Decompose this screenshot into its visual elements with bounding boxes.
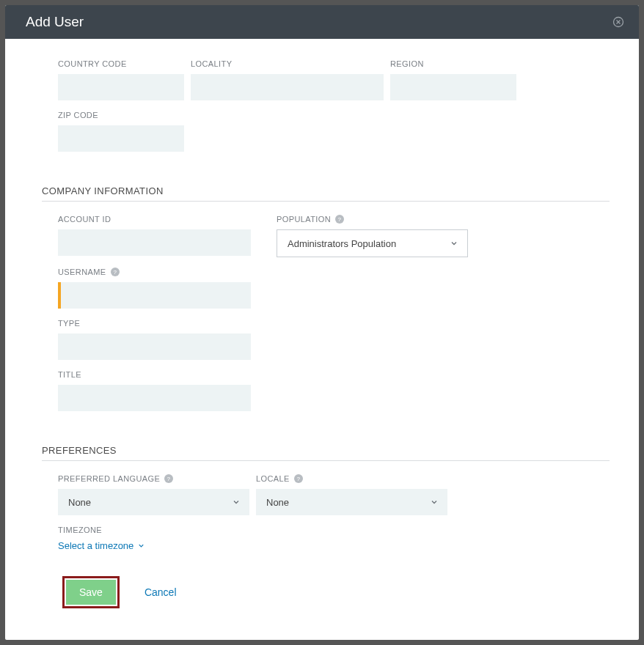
preferred-language-label: PREFERRED LANGUAGE (58, 474, 160, 483)
close-icon[interactable] (612, 16, 624, 28)
title-label: TITLE (58, 370, 251, 379)
country-code-label: COUNTRY CODE (58, 59, 184, 68)
username-input[interactable] (58, 282, 251, 309)
type-input[interactable] (58, 333, 251, 360)
population-selected: Administrators Population (288, 238, 396, 249)
region-input[interactable] (390, 74, 516, 100)
country-code-input[interactable] (58, 74, 184, 100)
svg-text:?: ? (338, 216, 342, 223)
save-highlight: Save (62, 576, 120, 608)
chevron-down-icon (430, 498, 439, 506)
population-label: POPULATION (277, 215, 331, 224)
zip-code-label: ZIP CODE (58, 111, 184, 119)
account-id-label: ACCOUNT ID (58, 215, 251, 224)
locale-select[interactable]: None (256, 489, 447, 515)
help-icon[interactable]: ? (164, 474, 173, 483)
modal-header: Add User (5, 5, 639, 39)
zip-code-input[interactable] (58, 125, 184, 152)
timezone-label: TIMEZONE (58, 526, 145, 534)
title-input[interactable] (58, 385, 251, 411)
modal-footer: Save Cancel (42, 561, 610, 629)
modal-body: COUNTRY CODE LOCALITY REGION ZIP CODE (5, 39, 639, 640)
modal-title: Add User (26, 14, 84, 30)
svg-text:?: ? (167, 476, 171, 482)
add-user-modal: Add User COUNTRY CODE LOCALITY (5, 5, 639, 640)
type-label: TYPE (58, 319, 251, 328)
region-label: REGION (390, 59, 516, 68)
account-id-input[interactable] (58, 229, 251, 256)
chevron-down-icon (232, 498, 241, 506)
help-icon[interactable]: ? (294, 474, 303, 483)
locale-value: None (266, 497, 289, 508)
cancel-button[interactable]: Cancel (140, 586, 181, 599)
chevron-down-icon (137, 542, 145, 550)
preferred-language-value: None (68, 497, 91, 508)
username-label: USERNAME (58, 268, 106, 276)
company-section-title: COMPANY INFORMATION (42, 185, 610, 202)
svg-text:?: ? (296, 476, 300, 482)
preferred-language-select[interactable]: None (58, 489, 249, 515)
save-button[interactable]: Save (66, 580, 116, 605)
select-timezone-link[interactable]: Select a timezone (58, 540, 145, 551)
chevron-down-icon (450, 239, 458, 248)
population-select[interactable]: Administrators Population (277, 229, 468, 257)
help-icon[interactable]: ? (335, 215, 344, 224)
locality-input[interactable] (191, 74, 384, 100)
preferences-section-title: PREFERENCES (42, 445, 610, 461)
locality-label: LOCALITY (191, 59, 384, 68)
locale-label: LOCALE (256, 474, 290, 483)
svg-text:?: ? (113, 269, 117, 276)
help-icon[interactable]: ? (111, 268, 120, 276)
required-marker (58, 282, 61, 309)
timezone-link-text: Select a timezone (58, 540, 133, 551)
